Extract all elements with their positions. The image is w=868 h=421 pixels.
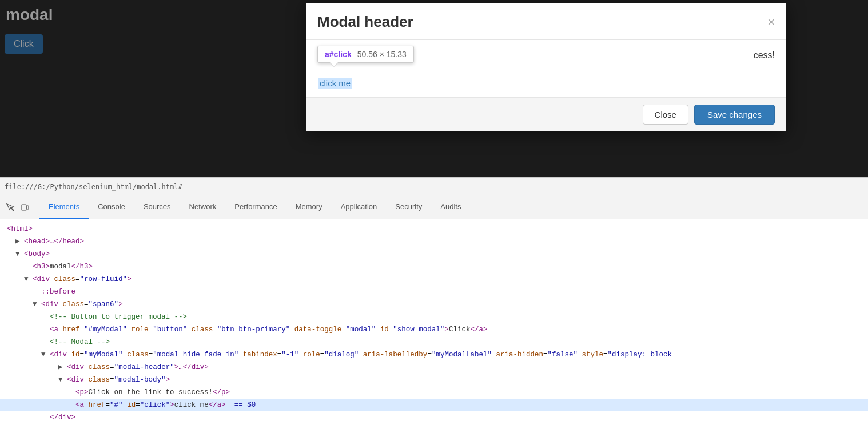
code-line: <!-- Modal --> <box>0 336 868 348</box>
svg-rect-1 <box>27 206 29 209</box>
code-line: <!-- Button to trigger modal --> <box>0 311 868 323</box>
tooltip-selector: a#click <box>325 50 352 59</box>
code-line: <a href="#myModal" role="button" class="… <box>0 323 868 336</box>
modal-footer: Close Save changes <box>306 97 786 131</box>
modal-link[interactable]: click me <box>318 78 352 89</box>
modal-header: Modal header × <box>306 3 786 40</box>
code-line: ▼ <div class="row-fluid"> <box>0 273 868 286</box>
modal-body: a#click 50.56 × 15.33 click me cess! <box>306 40 786 97</box>
tab-application[interactable]: Application <box>332 195 387 219</box>
toolbar-divider <box>37 201 37 214</box>
tab-audits[interactable]: Audits <box>431 195 470 219</box>
save-changes-button[interactable]: Save changes <box>694 105 775 125</box>
tab-elements[interactable]: Elements <box>39 195 89 219</box>
tab-console[interactable]: Console <box>89 195 134 219</box>
devtools-panel: file:///G:/Python/selenium_html/modal.ht… <box>0 177 868 421</box>
close-button[interactable]: Close <box>643 105 688 125</box>
modal-close-button[interactable]: × <box>767 16 775 29</box>
tooltip-arrow-inner <box>330 62 338 66</box>
code-line: ▶ <head>…</head> <box>0 235 868 248</box>
devtools-toolbar: Elements Console Sources Network Perform… <box>0 195 868 219</box>
modal-title: Modal header <box>317 13 413 31</box>
success-text: cess! <box>754 50 775 61</box>
code-line: ▼ <div class="modal-body"> <box>0 374 868 386</box>
devtools-address-bar: file:///G:/Python/selenium_html/modal.ht… <box>0 178 868 195</box>
tooltip-size: 50.56 × 15.33 <box>357 50 407 59</box>
devtools-tabs: Elements Console Sources Network Perform… <box>39 195 470 219</box>
code-line: <p>Click on the link to success!</p> <box>0 386 868 399</box>
inspect-icon[interactable] <box>5 202 16 213</box>
element-tooltip: a#click 50.56 × 15.33 <box>317 46 414 63</box>
tab-security[interactable]: Security <box>386 195 431 219</box>
code-line-highlighted: <a href="#" id="click">click me</a> == $… <box>0 399 868 411</box>
code-line: ▼ <div id="myModal" class="modal hide fa… <box>0 348 868 361</box>
tab-sources[interactable]: Sources <box>134 195 180 219</box>
devtools-code-panel[interactable]: <html> ▶ <head>…</head> ▼ <body> <h3>mod… <box>0 219 868 421</box>
code-line: </div> <box>0 411 868 421</box>
tab-performance[interactable]: Performance <box>225 195 286 219</box>
modal-dialog: Modal header × a#click 50.56 × 15.33 cli… <box>306 3 786 131</box>
device-icon[interactable] <box>19 202 31 213</box>
tab-memory[interactable]: Memory <box>286 195 332 219</box>
devtools-address-text: file:///G:/Python/selenium_html/modal.ht… <box>5 183 182 191</box>
svg-rect-0 <box>22 205 26 210</box>
code-line: ▶ <div class="modal-header">…</div> <box>0 361 868 374</box>
code-line: <html> <box>0 223 868 235</box>
code-line: ::before <box>0 286 868 298</box>
code-line: ▼ <div class="span6"> <box>0 298 868 311</box>
tab-network[interactable]: Network <box>180 195 226 219</box>
code-line: ▼ <body> <box>0 248 868 260</box>
code-line: <h3>modal</h3> <box>0 260 868 273</box>
